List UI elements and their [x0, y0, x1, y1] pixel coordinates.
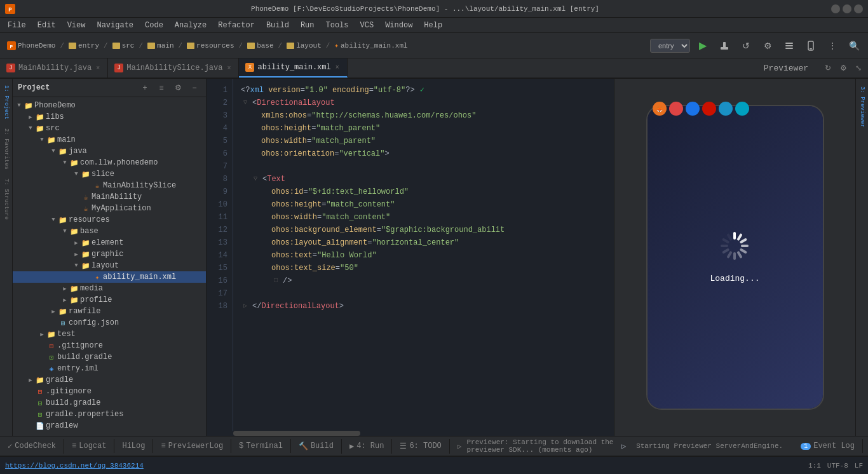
tab-close-button[interactable]: ×: [226, 64, 232, 72]
project-hide-button[interactable]: −: [188, 81, 201, 94]
menu-tools[interactable]: Tools: [321, 20, 354, 31]
opera-icon[interactable]: [702, 102, 716, 116]
build-button[interactable]: [715, 37, 733, 55]
tree-item-gitignore-entry[interactable]: ⊟ .gitignore: [13, 340, 206, 351]
breadcrumb-resources[interactable]: resources: [185, 41, 236, 51]
tab-mainability-java[interactable]: J MainAbility.java ×: [0, 58, 108, 78]
sidebar-item-gradle[interactable]: 3: Previewer: [858, 81, 867, 133]
tree-item-slice[interactable]: 📁 slice: [13, 168, 206, 180]
breadcrumb-app-icon[interactable]: P PhoneDemo: [5, 40, 57, 51]
sidebar-item-structure[interactable]: 7: Structure: [2, 175, 11, 224]
avd-button[interactable]: [802, 37, 820, 55]
sidebar-item-favorites[interactable]: 2: Favorites: [2, 125, 11, 173]
horizontal-scrollbar[interactable]: [233, 431, 587, 436]
project-settings-button[interactable]: ⚙: [172, 81, 184, 94]
fold-button[interactable]: ▷: [241, 302, 250, 311]
maximize-button[interactable]: □: [843, 4, 851, 13]
breadcrumb-src[interactable]: src: [111, 41, 137, 51]
tab-settings-button[interactable]: ⚙: [836, 61, 850, 75]
tree-item-main[interactable]: 📁 main: [13, 134, 206, 146]
minimize-button[interactable]: ─: [831, 4, 840, 13]
tree-item-gradlew[interactable]: 📄 gradlew: [13, 420, 206, 431]
tree-item-profile[interactable]: 📁 profile: [13, 294, 206, 306]
tab-close-button[interactable]: ×: [334, 64, 341, 72]
ie-icon[interactable]: [719, 102, 733, 116]
tree-item-gitignore-root[interactable]: ⊟ .gitignore: [13, 386, 206, 397]
project-new-file-button[interactable]: +: [139, 81, 151, 94]
breadcrumb-layout[interactable]: layout: [285, 41, 323, 51]
tree-item-layout[interactable]: 📁 layout: [13, 260, 206, 271]
run-button[interactable]: ▶: [694, 37, 712, 55]
tree-item-base[interactable]: 📁 base: [13, 226, 206, 237]
menu-navigate[interactable]: Navigate: [92, 20, 139, 31]
menu-code[interactable]: Code: [140, 20, 168, 31]
tree-item-mainabilityslice[interactable]: ☕ MainAbilitySlice: [13, 180, 206, 191]
menu-view[interactable]: View: [62, 20, 91, 31]
fold-button[interactable]: ▽: [251, 175, 260, 184]
tree-item-resources[interactable]: 📁 resources: [13, 214, 206, 226]
menu-run[interactable]: Run: [295, 20, 320, 31]
bottom-tab-codecheck[interactable]: ✓ CodeCheck: [0, 439, 64, 454]
sidebar-item-project[interactable]: 1: Project: [2, 81, 11, 123]
project-collapse-button[interactable]: ≡: [155, 81, 168, 94]
tree-item-gradle-root[interactable]: 📁 gradle: [13, 374, 206, 386]
close-button[interactable]: ×: [854, 4, 863, 13]
tree-item-java[interactable]: 📁 java: [13, 146, 206, 157]
menu-vcs[interactable]: VCS: [355, 20, 379, 31]
code-area[interactable]: <?xml version="1.0" encoding="utf-8" ?> …: [233, 79, 614, 431]
tree-item-test[interactable]: 📁 test: [13, 328, 206, 340]
tree-item-element[interactable]: 📁 element: [13, 237, 206, 248]
bottom-tab-logcat[interactable]: ≡ Logcat: [64, 439, 114, 453]
safari-icon[interactable]: [735, 102, 749, 116]
tab-close-button[interactable]: ×: [95, 64, 101, 72]
bottom-tab-todo[interactable]: ☰ 6: TODO: [392, 439, 449, 454]
module-selector[interactable]: entry: [650, 39, 690, 53]
tree-item-media[interactable]: 📁 media: [13, 283, 206, 294]
tree-item-src[interactable]: 📁 src: [13, 123, 206, 134]
reload-button[interactable]: ↺: [737, 37, 755, 55]
tree-item-config-json[interactable]: ⊞ config.json: [13, 317, 206, 328]
event-log-tab[interactable]: 1 Event Log: [793, 439, 863, 453]
menu-build[interactable]: Build: [261, 20, 294, 31]
bottom-tab-terminal[interactable]: $ Terminal: [231, 439, 291, 453]
menu-analyze[interactable]: Analyze: [170, 20, 212, 31]
firefox-icon[interactable]: 🦊: [653, 102, 667, 116]
tree-item-build-gradle-root[interactable]: ⊡ build.gradle: [13, 397, 206, 409]
bottom-tab-previewerlog[interactable]: ≡ PreviewerLog: [153, 439, 231, 453]
tree-item-gradle-properties[interactable]: ⊡ gradle.properties: [13, 409, 206, 420]
tree-item-libs[interactable]: 📁 libs: [13, 111, 206, 123]
menu-refactor[interactable]: Refactor: [213, 20, 260, 31]
chrome-icon[interactable]: [669, 102, 683, 116]
tree-item-package[interactable]: 📁 com.llw.phonedemo: [13, 157, 206, 168]
bottom-tab-hilog[interactable]: HiLog: [114, 439, 153, 453]
tree-item-graphic[interactable]: 📁 graphic: [13, 248, 206, 260]
tree-item-rawfile[interactable]: 📁 rawfile: [13, 306, 206, 317]
edge-icon[interactable]: [686, 102, 700, 116]
tab-ability-main-xml[interactable]: X ability_main.xml ×: [239, 58, 347, 78]
menu-edit[interactable]: Edit: [32, 20, 61, 31]
fold-button[interactable]: □: [271, 276, 280, 285]
settings-button[interactable]: ⚙: [759, 37, 776, 55]
tree-item-entry-iml[interactable]: ◈ entry.iml: [13, 363, 206, 374]
breadcrumb-entry[interactable]: entry: [67, 41, 101, 51]
breadcrumb-base[interactable]: base: [245, 41, 275, 51]
tree-item-phonedemo[interactable]: 📁 PhoneDemo: [13, 100, 206, 111]
breadcrumb-file[interactable]: ✦ ability_main.xml: [332, 40, 409, 51]
tree-item-ability-main-xml[interactable]: ✦ ability_main.xml: [13, 271, 206, 283]
tab-mainabilityslice-java[interactable]: J MainAbilitySlice.java ×: [108, 58, 239, 78]
search-button[interactable]: 🔍: [845, 37, 863, 55]
menu-help[interactable]: Help: [419, 20, 447, 31]
tree-item-mainability[interactable]: ☕ MainAbility: [13, 191, 206, 203]
more-button[interactable]: ⋮: [824, 37, 841, 55]
tab-sync-button[interactable]: ↻: [821, 61, 835, 75]
tree-item-build-gradle-entry[interactable]: ⊡ build.gradle: [13, 351, 206, 363]
sdk-manager-button[interactable]: [780, 37, 798, 55]
tree-item-myapplication[interactable]: ☕ MyApplication: [13, 203, 206, 214]
fold-button[interactable]: ▽: [241, 98, 250, 107]
bottom-tab-build[interactable]: 🔨 Build: [291, 439, 342, 454]
menu-window[interactable]: Window: [380, 20, 417, 31]
tab-expand-button[interactable]: ⤡: [851, 61, 865, 75]
breadcrumb-main[interactable]: main: [146, 41, 175, 51]
bottom-tab-run[interactable]: ▶ 4: Run: [342, 439, 392, 454]
menu-file[interactable]: File: [3, 20, 31, 31]
